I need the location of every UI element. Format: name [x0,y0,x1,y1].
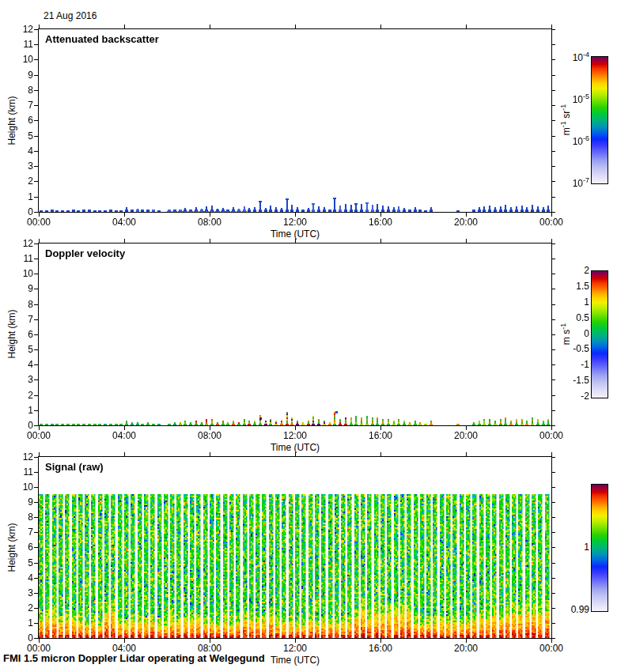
y-tick-label: 12 [8,238,33,249]
colorbar-tick-label: -1 [581,359,589,370]
y-tick-label: 2 [8,390,33,401]
x-axis-tick [210,452,210,456]
y-axis-tick [34,136,38,137]
y-axis-tick [551,197,555,198]
y-tick-label: 3 [8,587,33,598]
y-tick-label: 6 [8,329,33,340]
y-axis-tick [551,212,555,213]
y-axis-tick [34,487,38,488]
y-axis-tick [551,517,555,518]
y-axis-tick [34,364,38,365]
y-axis-tick [551,166,555,167]
y-axis-tick [34,395,38,396]
x-tick-label: 00:00 [530,430,573,441]
x-tick-label: 08:00 [188,430,231,441]
y-axis-tick [34,410,38,411]
y-tick-label: 6 [8,542,33,553]
colorbar-tick-label: 10-4 [573,51,589,63]
x-tick-label: 12:00 [274,430,316,441]
y-axis-tick [551,120,555,121]
y-axis-tick [551,623,555,624]
colorbar-tick-label: -0.5 [573,343,589,354]
x-axis-label: Time (UTC) [240,228,350,240]
x-axis-tick [39,25,40,28]
x-tick-label: 16:00 [359,430,402,441]
x-tick-label: 16:00 [359,217,402,228]
colorbar-unit-velocity: m s-1 [559,287,571,382]
y-axis-tick [34,608,38,609]
x-axis-tick [295,452,296,456]
y-axis-tick [551,259,555,259]
y-tick-label: 6 [8,115,33,126]
y-axis-tick [551,364,555,365]
y-tick-label: 5 [8,130,33,142]
y-axis-tick [34,259,38,259]
colorbar-unit-backscatter: m-1 sr-1 [559,73,571,168]
y-axis-tick [551,547,555,548]
y-tick-label: 4 [8,359,33,370]
colorbar-tick-label: 1.5 [576,281,589,292]
backscatter-heatmap-canvas [39,29,551,212]
y-tick-label: 0 [8,420,33,431]
y-tick-label: 2 [8,176,33,187]
colorbar-velocity [591,270,608,398]
y-axis-tick [34,29,38,30]
x-axis-tick [124,25,125,28]
y-tick-label: 7 [8,100,33,111]
y-tick-label: 1 [8,191,33,202]
y-axis-tick [551,410,555,411]
x-tick-label: 00:00 [530,217,573,228]
colorbar-backscatter [591,56,608,184]
y-axis-tick [551,502,555,503]
y-axis-tick [551,349,555,350]
y-tick-label: 3 [8,160,33,172]
panel-title-signal: Signal (raw) [45,461,104,473]
y-axis-tick [34,212,38,213]
y-tick-label: 3 [8,374,33,385]
y-axis-tick [551,379,555,380]
y-tick-label: 10 [8,481,33,493]
x-axis-tick [380,25,381,28]
x-axis-tick [380,452,381,456]
y-axis-tick [551,457,555,458]
x-axis-tick [124,452,125,456]
x-tick-label: 04:00 [103,217,146,228]
y-axis-tick [34,105,38,106]
y-axis-tick [34,334,38,335]
velocity-heatmap-canvas [39,244,551,425]
y-tick-label: 10 [8,54,33,65]
x-axis-tick [551,239,552,243]
y-tick-label: 11 [8,253,33,264]
y-axis-tick [34,638,38,639]
y-axis-tick [551,44,555,45]
y-axis-tick [551,75,555,76]
y-tick-label: 1 [8,405,33,416]
y-tick-label: 10 [8,268,33,279]
panel-title-backscatter: Attenuated backscatter [45,33,159,45]
y-axis-tick [551,304,555,305]
y-axis-tick [551,151,555,152]
y-axis-tick [34,120,38,121]
signal-heatmap-canvas [39,457,551,638]
x-axis-tick [124,239,125,243]
y-tick-label: 0 [8,632,33,644]
y-axis-tick [551,532,555,533]
y-axis-tick [34,593,38,594]
colorbar-tick-label: 2 [584,265,589,276]
y-tick-label: 9 [8,496,33,508]
y-tick-label: 12 [8,24,33,35]
y-axis-tick [551,289,555,289]
y-tick-label: 9 [8,283,33,294]
y-axis-tick [551,334,555,335]
x-axis-tick [295,239,296,243]
x-tick-label: 12:00 [274,643,316,654]
y-axis-tick [34,379,38,380]
colorbar-tick-label: 0 [584,328,589,339]
y-tick-label: 8 [8,85,33,96]
y-tick-label: 9 [8,70,33,81]
y-axis-tick [34,532,38,533]
y-tick-label: 7 [8,527,33,538]
y-axis-tick [34,166,38,167]
x-tick-label: 00:00 [530,643,573,654]
x-axis-tick [551,25,552,28]
